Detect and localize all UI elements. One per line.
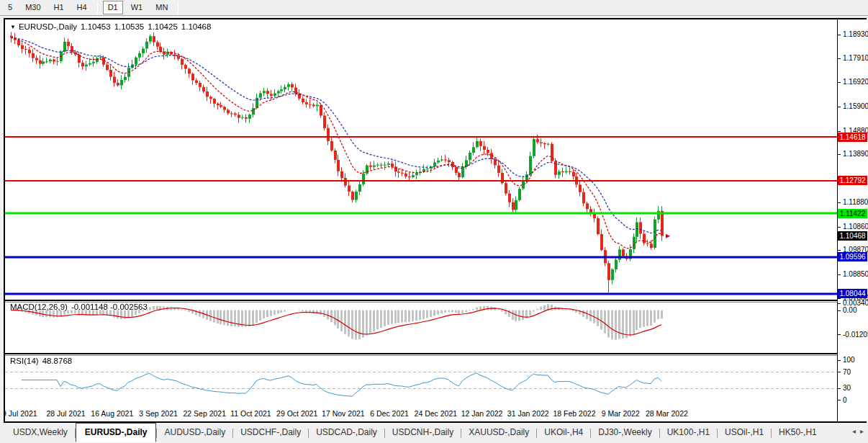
timeframe-button-D1[interactable]: D1 — [103, 1, 123, 14]
macd-axis-tick — [838, 310, 841, 311]
timeframe-button-W1[interactable]: W1 — [126, 1, 148, 14]
tab-scroll-left-icon[interactable]: ◂ — [852, 427, 856, 435]
macd-pane-title: MACD(12,26,9)-0.001148 -0.002563 — [10, 303, 148, 311]
chart-tab-bar: USDX,WeeklyEURUSD-,DailyAUDUSD-,DailyUSD… — [0, 424, 868, 443]
date-label: 9 Jul 2021 — [5, 409, 37, 418]
macd-axis-label: 0.00 — [843, 306, 856, 314]
price-axis-label: 1.10860 — [843, 223, 868, 231]
macd-axis-tick — [838, 303, 841, 304]
chart-tab-XAUUSD-Daily[interactable]: XAUUSD-,Daily — [461, 424, 536, 441]
date-axis[interactable]: 9 Jul 202128 Jul 202116 Aug 20213 Sep 20… — [5, 405, 837, 421]
chart-tab-AUDUSD-Daily[interactable]: AUDUSD-,Daily — [157, 424, 232, 441]
date-label: 3 Sep 2021 — [139, 409, 178, 418]
macd-axis-label: -0.01205 — [843, 331, 868, 339]
price-axis-tick — [838, 82, 841, 83]
chart-tab-USDCAD-Daily[interactable]: USDCAD-,Daily — [309, 424, 384, 441]
date-label: 24 Dec 2021 — [415, 409, 458, 418]
chart-tab-DJ30-Weekly[interactable]: DJ30-,Weekly — [591, 424, 659, 441]
date-label: 28 Mar 2022 — [646, 409, 688, 418]
chart-tab-UK100-H1[interactable]: UK100-,H1 — [660, 424, 717, 441]
price-axis-tick — [838, 227, 841, 228]
macd-label: MACD(12,26,9) — [10, 303, 68, 311]
chart-title: ▼EURUSD-,Daily1.104531.105351.104251.104… — [10, 22, 211, 31]
price-badge-1.09596: 1.09596 — [838, 252, 867, 261]
chart-tab-EURUSD-Daily[interactable]: EURUSD-,Daily — [76, 423, 157, 442]
price-axis[interactable]: 1.189301.179101.169201.159001.148801.138… — [837, 19, 868, 421]
date-label: 11 Oct 2021 — [230, 409, 271, 418]
ohlc-open: 1.10453 — [81, 22, 111, 31]
rsi-axis-label: 70 — [843, 368, 851, 376]
timeframe-button-H4[interactable]: H4 — [72, 1, 92, 14]
price-badge-1.14618: 1.14618 — [838, 133, 867, 142]
date-label: 28 Jul 2021 — [46, 409, 85, 418]
rsi-pane-title: RSI(14)48.8768 — [10, 357, 72, 365]
macd-axis-tick — [838, 334, 841, 335]
date-label: 22 Sep 2021 — [183, 409, 226, 418]
date-label: 6 Dec 2021 — [370, 409, 409, 418]
price-badge-1.11422: 1.11422 — [838, 209, 867, 218]
price-axis-label: 1.08850 — [843, 270, 868, 278]
date-label: 31 Jan 2022 — [507, 409, 549, 418]
price-axis-label: 1.15900 — [843, 102, 868, 110]
price-axis-label: 1.17910 — [843, 54, 868, 62]
price-axis-tick — [838, 131, 841, 132]
timeframe-button-5[interactable]: 5 — [3, 1, 17, 14]
date-label: 16 Aug 2021 — [91, 409, 133, 418]
price-axis-label: 1.11880 — [843, 198, 868, 206]
symbol-name: EURUSD-,Daily — [19, 22, 77, 31]
price-axis-tick — [838, 58, 841, 59]
rsi-axis-tick — [838, 388, 841, 389]
timeframe-toolbar: 5M30H1H4D1W1MN — [0, 0, 868, 16]
rsi-axis-tick — [838, 400, 841, 401]
chart-tab-HK50-H1[interactable]: HK50-,H1 — [772, 424, 824, 441]
ohlc-high: 1.10535 — [114, 22, 145, 31]
timeframe-button-M30[interactable]: M30 — [20, 1, 45, 14]
chart-tab-USOil-H1[interactable]: USOil-,H1 — [718, 424, 771, 441]
rsi-axis-label: 30 — [843, 384, 851, 392]
chart-tab-USDX-Weekly[interactable]: USDX,Weekly — [6, 424, 75, 441]
date-label: 29 Oct 2021 — [276, 409, 317, 418]
chart-window: ▼EURUSD-,Daily1.104531.105351.104251.104… — [4, 18, 867, 423]
tab-scroll-arrows: ◂▸ — [852, 424, 868, 435]
chart-tab-USDCHF-Daily[interactable]: USDCHF-,Daily — [233, 424, 308, 441]
price-badge-1.10468: 1.10468 — [838, 231, 867, 241]
ohlc-low: 1.10425 — [148, 22, 178, 31]
ohlc-close: 1.10468 — [181, 22, 212, 31]
tab-scroll-right-icon[interactable]: ▸ — [860, 427, 864, 435]
chart-canvas[interactable] — [5, 19, 837, 421]
price-axis-tick — [838, 154, 841, 155]
price-badge-1.08044: 1.08044 — [838, 289, 867, 298]
price-axis-label: 1.13890 — [843, 150, 868, 158]
timeframe-button-MN[interactable]: MN — [150, 1, 173, 14]
date-label: 9 Mar 2022 — [602, 409, 640, 418]
price-axis-label: 1.18930 — [843, 30, 868, 38]
rsi-value: 48.8768 — [42, 357, 73, 365]
price-axis-label: 1.16920 — [843, 78, 868, 86]
price-badge-1.12792: 1.12792 — [838, 176, 867, 185]
date-label: 18 Feb 2022 — [553, 409, 596, 418]
price-axis-tick — [838, 250, 841, 251]
date-label: 17 Nov 2021 — [322, 409, 365, 418]
price-axis-tick — [838, 35, 841, 35]
macd-values: -0.001148 -0.002563 — [71, 303, 148, 311]
price-axis-tick — [838, 107, 841, 107]
trading-app: 5M30H1H4D1W1MN ▼EURUSD-,Daily1.104531.10… — [0, 0, 868, 443]
rsi-label: RSI(14) — [10, 357, 39, 365]
price-axis-tick — [838, 202, 841, 203]
rsi-axis-label: 100 — [843, 356, 855, 364]
rsi-axis-tick — [838, 372, 841, 372]
date-label: 12 Jan 2022 — [461, 409, 503, 418]
timeframe-button-H1[interactable]: H1 — [49, 1, 69, 14]
chart-tab-USDCNH-Daily[interactable]: USDCNH-,Daily — [385, 424, 461, 441]
rsi-axis-tick — [838, 360, 841, 361]
expand-triangle-icon[interactable]: ▼ — [10, 24, 16, 30]
toolbar-separator — [178, 2, 178, 14]
rsi-axis-label: 0 — [843, 396, 847, 404]
chart-tab-UKOil-H4[interactable]: UKOil-,H4 — [537, 424, 590, 441]
price-axis-tick — [838, 274, 841, 275]
toolbar-separator — [97, 2, 98, 14]
